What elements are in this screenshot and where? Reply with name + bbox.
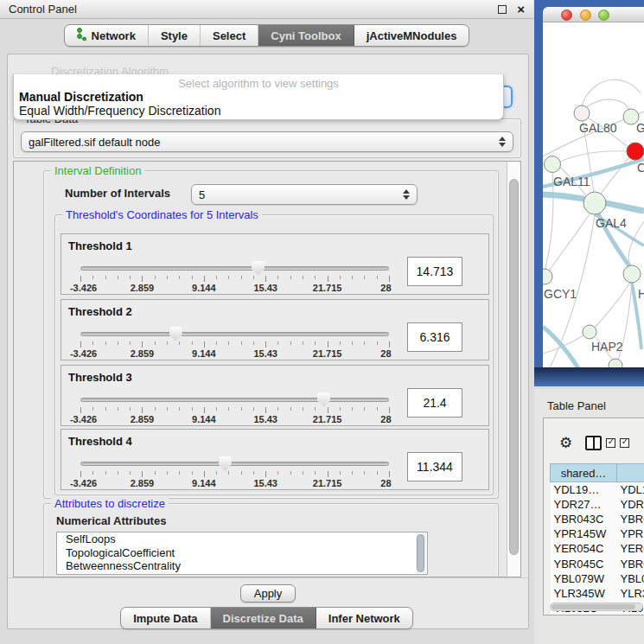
table-row[interactable]: YDL19…YDL1	[551, 482, 644, 497]
zoom-traffic-light-icon[interactable]	[598, 10, 609, 21]
tab-cyni-toolbox[interactable]: Cyni Toolbox	[258, 25, 354, 46]
float-window-icon[interactable]	[498, 5, 507, 14]
slider-track[interactable]	[80, 398, 389, 402]
slider-track[interactable]	[80, 332, 389, 336]
table-row[interactable]: YBR045CYBR0	[551, 556, 644, 571]
checkbox-icon[interactable]	[620, 438, 629, 448]
threshold-3-value[interactable]	[407, 388, 462, 418]
control-panel-titlebar: Control Panel ×	[0, 0, 533, 19]
table-row[interactable]: YER054CYER0	[551, 541, 644, 556]
table-data-combo[interactable]: galFiltered.sif default node	[21, 131, 513, 152]
apply-row: Apply	[8, 577, 528, 609]
tab-jactivemnodules-label: jActiveMNodules	[367, 29, 457, 42]
node-label: HAP2	[591, 340, 623, 354]
list-item[interactable]: SelfLoops	[57, 532, 427, 546]
node-label: GCY1	[544, 287, 577, 301]
gear-icon[interactable]: ⚙	[559, 436, 572, 450]
threshold-2-value[interactable]	[407, 322, 462, 352]
tab-infer-network-label: Infer Network	[328, 612, 400, 625]
node-gal80[interactable]	[574, 105, 590, 121]
threshold-1-value[interactable]	[407, 257, 462, 286]
table-row[interactable]: YLR345WYLR3	[551, 586, 644, 601]
algorithm-option-equal-width[interactable]: Equal Width/Frequency Discretization	[14, 104, 503, 118]
control-panel-title: Control Panel	[9, 3, 498, 16]
threshold-1-slider[interactable]: -3.426 2.859 9.144 15.43 21.715 28	[80, 262, 389, 291]
node-gcy1[interactable]	[543, 269, 552, 284]
minimize-traffic-light-icon[interactable]	[580, 10, 591, 21]
node-label: H	[638, 287, 644, 301]
node-left[interactable]	[545, 156, 561, 173]
slider-tick-labels: -3.426 2.859 9.144 15.43 21.715 28	[80, 283, 389, 292]
algorithm-dropdown-hint: Select algorithm to view settings	[14, 74, 503, 90]
tab-style-label: Style	[161, 29, 188, 42]
threshold-3-box: Threshold 3 -3.426 2.859 9.144	[61, 365, 489, 426]
tab-style[interactable]: Style	[149, 25, 201, 46]
apply-button[interactable]: Apply	[240, 584, 296, 603]
app-root: Control Panel × Network	[0, 0, 644, 644]
node-gal4[interactable]	[583, 192, 606, 214]
threshold-3-slider[interactable]: -3.426 2.859 9.144 15.43 21.715 28	[80, 393, 389, 423]
attributes-group: Attributes to discretize Numerical Attri…	[43, 503, 499, 577]
tab-select[interactable]: Select	[201, 25, 258, 46]
table-header-row: shared… na	[551, 464, 644, 482]
tab-discretize-data-label: Discretize Data	[223, 612, 303, 625]
tab-impute-data[interactable]: Impute Data	[121, 608, 210, 628]
top-tab-bar: Network Style Select Cyni Toolbox jActiv…	[0, 24, 533, 47]
split-columns-icon[interactable]	[585, 436, 602, 450]
table-panel-body: ⚙ shared… na YDL19…YDL1 YDR27…YDR2 YBR04…	[543, 418, 644, 615]
number-of-intervals-combo[interactable]: 5	[191, 184, 418, 205]
slider-thumb[interactable]	[252, 261, 265, 276]
node-hap2[interactable]	[583, 325, 596, 339]
tab-select-label: Select	[213, 29, 245, 42]
bottom-tab-group: Impute Data Discretize Data Infer Networ…	[120, 607, 413, 629]
node-label: GA	[636, 121, 644, 135]
threshold-1-label: Threshold 1	[68, 239, 132, 252]
control-panel: Control Panel × Network	[0, 0, 533, 644]
table-row[interactable]: YBR043CYBR0	[551, 512, 644, 526]
column-header-name[interactable]: na	[617, 464, 644, 482]
network-canvas[interactable]: GAL80 GA C GAL11 GAL4 GCY1 H HAP2	[543, 22, 644, 367]
network-window-bottom-frame	[534, 367, 644, 386]
table-toolbar: ⚙	[544, 430, 644, 455]
tab-jactivemnodules[interactable]: jActiveMNodules	[354, 25, 469, 46]
table-data-group: Table Data galFiltered.sif default node	[13, 118, 521, 158]
slider-track[interactable]	[80, 266, 389, 271]
table-row[interactable]: YPR145WYPR1	[551, 526, 644, 541]
slider-thumb[interactable]	[219, 456, 232, 471]
list-item[interactable]: BetweennessCentrality	[57, 559, 427, 573]
threshold-4-slider[interactable]: -3.426 2.859 9.144 15.43 21.715 28	[80, 457, 389, 487]
slider-thumb[interactable]	[317, 392, 330, 407]
node-selected-red[interactable]	[627, 143, 644, 160]
algorithm-option-manual[interactable]: Manual Discretization	[14, 90, 503, 104]
number-of-intervals-row: Number of Intervals 5	[44, 187, 498, 200]
tab-infer-network[interactable]: Infer Network	[316, 608, 412, 628]
tab-impute-data-label: Impute Data	[133, 612, 197, 625]
slider-track[interactable]	[80, 462, 389, 466]
threshold-2-slider[interactable]: -3.426 2.859 9.144 15.43 21.715 28	[80, 328, 389, 357]
cyni-toolbox-panel: Discretization Algorithm Select algorith…	[7, 54, 529, 629]
settings-vertical-scrollbar[interactable]	[507, 162, 520, 577]
table-panel: Table Panel ⚙ shared… na YDL19…YDL1 YDR2…	[534, 389, 644, 644]
thresholds-group: Threshold's Coordinates for 5 Intervals …	[54, 214, 494, 495]
number-of-intervals-value: 5	[199, 188, 398, 201]
node-bottom[interactable]	[609, 359, 622, 367]
table-row[interactable]: YDR27…YDR2	[551, 497, 644, 512]
network-window-titlebar	[543, 7, 644, 22]
attributes-list-scrollbar[interactable]	[416, 533, 426, 573]
slider-thumb[interactable]	[169, 327, 182, 341]
node-right-mid[interactable]	[623, 265, 641, 283]
list-item[interactable]: TopologicalCoefficient	[57, 546, 427, 560]
numerical-attributes-list: SelfLoops TopologicalCoefficient Between…	[56, 532, 428, 575]
interval-definition-label: Interval Definition	[51, 164, 144, 177]
column-header-shared-name[interactable]: shared…	[551, 464, 617, 482]
tab-discretize-data[interactable]: Discretize Data	[211, 608, 316, 628]
table-horizontal-scrollbar[interactable]	[550, 603, 643, 611]
checkbox-icon[interactable]	[606, 438, 615, 448]
close-traffic-light-icon[interactable]	[561, 10, 572, 21]
threshold-3-label: Threshold 3	[68, 371, 132, 384]
slider-tick-labels: -3.426 2.859 9.144 15.43 21.715 28	[80, 414, 389, 424]
close-icon[interactable]: ×	[517, 5, 525, 14]
threshold-4-value[interactable]	[407, 452, 462, 481]
tab-network[interactable]: Network	[65, 25, 149, 46]
table-row[interactable]: YBL079WYBL0	[551, 571, 644, 586]
